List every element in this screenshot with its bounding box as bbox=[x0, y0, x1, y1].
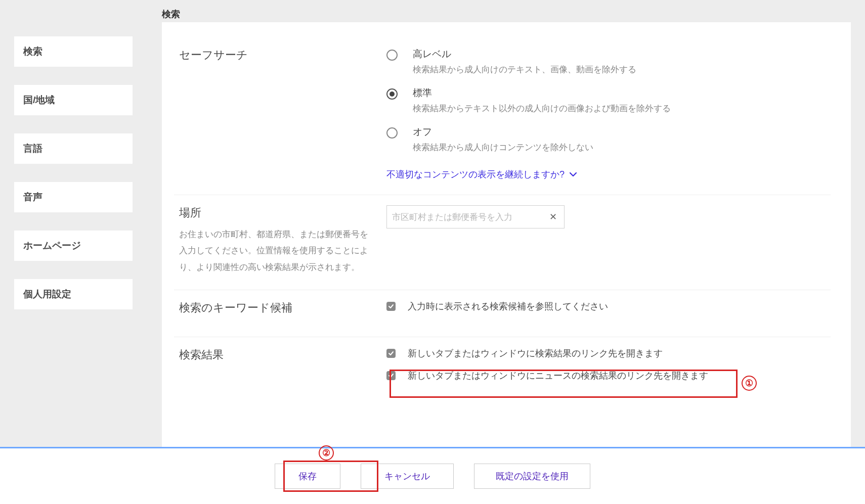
safesearch-off-desc: 検索結果から成人向けコンテンツを除外しない bbox=[413, 142, 593, 153]
location-heading: 場所 bbox=[179, 205, 376, 220]
checkbox-icon[interactable] bbox=[386, 349, 396, 358]
clear-icon[interactable]: ✕ bbox=[547, 211, 559, 222]
safesearch-off-label: オフ bbox=[413, 125, 593, 139]
defaults-button[interactable]: 既定の設定を使用 bbox=[474, 464, 590, 489]
chevron-down-icon bbox=[570, 171, 577, 178]
location-input[interactable]: 市区町村または郵便番号を入力 ✕ bbox=[386, 205, 565, 228]
settings-sidebar: 検索 国/地域 言語 音声 ホームページ 個人用設定 bbox=[14, 36, 133, 328]
save-button[interactable]: 保存 bbox=[275, 464, 340, 489]
results-news-new-tab-label: 新しいタブまたはウィンドウにニュースの検索結果のリンク先を開きます bbox=[408, 370, 708, 382]
checkbox-icon[interactable] bbox=[386, 302, 396, 311]
results-open-new-tab-row[interactable]: 新しいタブまたはウィンドウに検索結果のリンク先を開きます bbox=[386, 347, 831, 359]
safesearch-moderate-label: 標準 bbox=[413, 86, 671, 100]
sidebar-item-region[interactable]: 国/地域 bbox=[14, 85, 133, 115]
radio-icon[interactable] bbox=[386, 50, 398, 61]
sidebar-item-voice[interactable]: 音声 bbox=[14, 182, 133, 212]
location-section: 場所 お住まいの市町村、都道府県、または郵便番号を入力してください。位置情報を使… bbox=[174, 195, 831, 290]
radio-icon[interactable] bbox=[386, 127, 398, 139]
footer-bar: 保存 キャンセル 既定の設定を使用 bbox=[0, 447, 865, 504]
annotation-number-2: ② bbox=[319, 445, 334, 461]
safesearch-expand-link[interactable]: 不適切なコンテンツの表示を継続しますか? bbox=[386, 168, 577, 180]
safesearch-option-moderate[interactable]: 標準 検索結果からテキスト以外の成人向けの画像および動画を除外する bbox=[386, 86, 831, 114]
safesearch-heading: セーフサーチ bbox=[179, 48, 376, 63]
safesearch-expand-text: 不適切なコンテンツの表示を継続しますか? bbox=[386, 168, 565, 180]
suggestions-checkbox-row[interactable]: 入力時に表示される検索候補を参照してください bbox=[386, 300, 831, 312]
safesearch-option-strict[interactable]: 高レベル 検索結果から成人向けのテキスト、画像、動画を除外する bbox=[386, 48, 831, 75]
sidebar-item-personalization[interactable]: 個人用設定 bbox=[14, 279, 133, 309]
radio-icon[interactable] bbox=[386, 88, 398, 100]
safesearch-option-off[interactable]: オフ 検索結果から成人向けコンテンツを除外しない bbox=[386, 125, 831, 153]
safesearch-strict-desc: 検索結果から成人向けのテキスト、画像、動画を除外する bbox=[413, 64, 636, 75]
checkbox-icon[interactable] bbox=[386, 371, 396, 380]
suggestions-heading: 検索のキーワード候補 bbox=[179, 300, 376, 315]
sidebar-item-search[interactable]: 検索 bbox=[14, 36, 133, 67]
suggestions-label: 入力時に表示される検索候補を参照してください bbox=[408, 300, 608, 312]
results-heading: 検索結果 bbox=[179, 347, 376, 362]
results-news-new-tab-row[interactable]: 新しいタブまたはウィンドウにニュースの検索結果のリンク先を開きます bbox=[386, 370, 831, 382]
settings-card: セーフサーチ 高レベル 検索結果から成人向けのテキスト、画像、動画を除外する 標… bbox=[162, 22, 851, 504]
safesearch-section: セーフサーチ 高レベル 検索結果から成人向けのテキスト、画像、動画を除外する 標… bbox=[174, 37, 831, 195]
results-section: 検索結果 新しいタブまたはウィンドウに検索結果のリンク先を開きます 新しいタブま… bbox=[174, 337, 831, 406]
suggestions-section: 検索のキーワード候補 入力時に表示される検索候補を参照してください bbox=[174, 290, 831, 337]
safesearch-moderate-desc: 検索結果からテキスト以外の成人向けの画像および動画を除外する bbox=[413, 103, 671, 114]
sidebar-item-language[interactable]: 言語 bbox=[14, 133, 133, 164]
sidebar-item-homepage[interactable]: ホームページ bbox=[14, 231, 133, 261]
page-title: 検索 bbox=[162, 8, 180, 20]
location-desc: お住まいの市町村、都道府県、または郵便番号を入力してください。位置情報を使用する… bbox=[179, 226, 376, 276]
results-open-new-tab-label: 新しいタブまたはウィンドウに検索結果のリンク先を開きます bbox=[408, 347, 663, 359]
cancel-button[interactable]: キャンセル bbox=[361, 464, 454, 489]
annotation-number-1: ① bbox=[742, 375, 757, 391]
location-placeholder: 市区町村または郵便番号を入力 bbox=[392, 211, 512, 223]
safesearch-strict-label: 高レベル bbox=[413, 48, 636, 61]
